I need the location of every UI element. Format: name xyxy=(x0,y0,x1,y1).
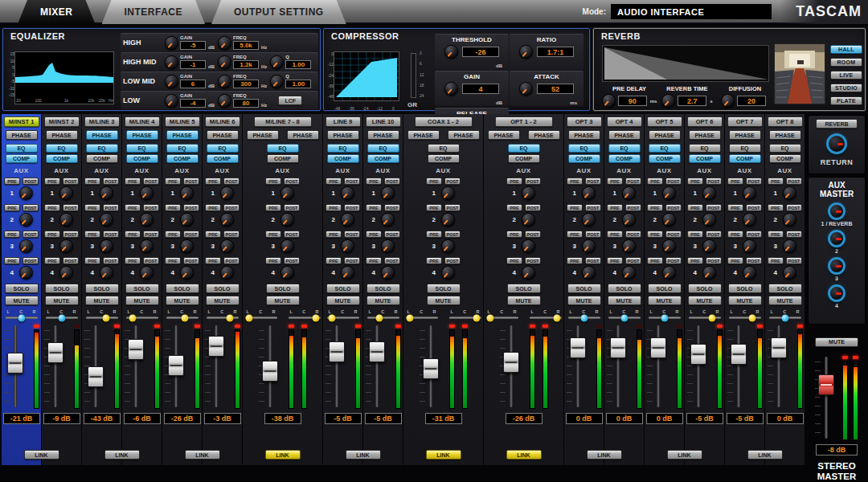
link-button[interactable]: LINK xyxy=(667,450,702,460)
mute-button[interactable]: MUTE xyxy=(728,296,762,305)
phase-button[interactable]: PHASE xyxy=(126,130,158,140)
aux-pre-button[interactable]: PRE xyxy=(125,231,141,238)
aux-pre-button[interactable]: PRE xyxy=(506,231,522,238)
comp-button[interactable]: COMP xyxy=(729,154,761,163)
solo-button[interactable]: SOLO xyxy=(266,284,300,293)
aux-pre-button[interactable]: PRE xyxy=(4,231,20,238)
channel-select-button[interactable]: LINE 10 xyxy=(366,116,401,127)
fader-handle[interactable] xyxy=(423,358,439,379)
aux-pre-button[interactable]: PRE xyxy=(125,204,141,211)
aux-post-button[interactable]: POST xyxy=(585,231,601,238)
pan-dot[interactable] xyxy=(748,314,755,321)
eq-button[interactable]: EQ xyxy=(267,144,299,153)
aux-master-knob[interactable] xyxy=(828,202,845,220)
mute-button[interactable]: MUTE xyxy=(5,296,39,305)
aux-send-knob[interactable] xyxy=(743,266,756,280)
aux-send-knob[interactable] xyxy=(441,239,455,253)
comp-button[interactable]: COMP xyxy=(568,154,600,163)
channel-select-button[interactable]: OPT 3 xyxy=(567,116,602,127)
aux-post-button[interactable]: POST xyxy=(103,231,119,238)
mute-button[interactable]: MUTE xyxy=(206,296,240,305)
solo-button[interactable]: SOLO xyxy=(567,284,601,293)
aux-post-button[interactable]: POST xyxy=(585,178,601,185)
pan-dot[interactable] xyxy=(620,314,628,321)
channel-select-button[interactable]: M/INST 2 xyxy=(44,116,80,127)
solo-button[interactable]: SOLO xyxy=(326,284,360,293)
phase-button[interactable]: PHASE xyxy=(247,130,279,140)
pan-dot[interactable] xyxy=(580,314,588,321)
tab-output-setting[interactable]: OUTPUT SETTING xyxy=(211,0,346,24)
fader-handle[interactable] xyxy=(731,344,747,365)
aux-post-button[interactable]: POST xyxy=(223,204,240,211)
aux-pre-button[interactable]: PRE xyxy=(607,178,623,185)
aux-post-button[interactable]: POST xyxy=(103,257,119,264)
mute-button[interactable]: MUTE xyxy=(567,296,601,305)
phase-button[interactable]: PHASE xyxy=(46,130,78,140)
reverb-param-knob[interactable] xyxy=(721,94,735,108)
aux-send-knob[interactable] xyxy=(180,239,194,253)
aux-post-button[interactable]: POST xyxy=(525,231,541,238)
fader-handle[interactable] xyxy=(7,353,23,374)
aux-send-knob[interactable] xyxy=(19,186,33,200)
aux-post-button[interactable]: POST xyxy=(625,257,641,264)
aux-post-button[interactable]: POST xyxy=(223,231,240,238)
pan-dot[interactable] xyxy=(486,314,493,321)
aux-send-knob[interactable] xyxy=(381,239,395,253)
aux-send-knob[interactable] xyxy=(522,266,535,280)
phase-button[interactable]: PHASE xyxy=(649,130,681,140)
aux-send-knob[interactable] xyxy=(59,266,73,280)
aux-send-knob[interactable] xyxy=(662,266,676,280)
aux-send-knob[interactable] xyxy=(783,266,796,280)
aux-pre-button[interactable]: PRE xyxy=(125,178,141,185)
aux-post-button[interactable]: POST xyxy=(786,231,802,238)
link-button[interactable]: LINK xyxy=(24,450,59,460)
comp-button[interactable]: COMP xyxy=(126,154,158,163)
mute-button[interactable]: MUTE xyxy=(608,296,641,305)
aux-send-knob[interactable] xyxy=(180,266,194,280)
solo-button[interactable]: SOLO xyxy=(728,284,762,293)
aux-send-knob[interactable] xyxy=(100,239,113,253)
mute-button[interactable]: MUTE xyxy=(326,296,360,305)
eq-freq-knob[interactable] xyxy=(218,75,231,88)
solo-button[interactable]: SOLO xyxy=(608,284,641,293)
pan-slider[interactable] xyxy=(649,317,681,319)
solo-button[interactable]: SOLO xyxy=(507,284,541,293)
aux-pre-button[interactable]: PRE xyxy=(165,204,181,211)
pan-dot[interactable] xyxy=(781,314,788,321)
tab-interface[interactable]: INTERFACE xyxy=(102,0,206,24)
aux-pre-button[interactable]: PRE xyxy=(647,204,663,211)
aux-pre-button[interactable]: PRE xyxy=(567,257,583,264)
channel-select-button[interactable]: OPT 8 xyxy=(768,116,803,127)
reverb-preset-plate[interactable]: PLATE xyxy=(830,96,862,105)
aux-post-button[interactable]: POST xyxy=(384,204,400,211)
solo-button[interactable]: SOLO xyxy=(688,284,722,293)
pan-slider[interactable] xyxy=(6,317,38,319)
channel-select-button[interactable]: OPT 5 xyxy=(647,116,682,127)
aux-pre-button[interactable]: PRE xyxy=(44,178,60,185)
eq-button[interactable]: EQ xyxy=(729,144,761,153)
aux-send-knob[interactable] xyxy=(180,213,194,227)
aux-post-button[interactable]: POST xyxy=(384,178,400,185)
pan-slider[interactable] xyxy=(46,317,78,319)
aux-send-knob[interactable] xyxy=(622,186,636,200)
solo-button[interactable]: SOLO xyxy=(206,284,240,293)
pan-slider[interactable] xyxy=(406,317,438,319)
aux-send-knob[interactable] xyxy=(220,213,234,227)
eq-button[interactable]: EQ xyxy=(166,144,199,153)
aux-send-knob[interactable] xyxy=(100,213,113,227)
aux-post-button[interactable]: POST xyxy=(223,257,240,264)
aux-send-knob[interactable] xyxy=(341,266,354,280)
aux-post-button[interactable]: POST xyxy=(103,178,119,185)
aux-post-button[interactable]: POST xyxy=(143,231,159,238)
pan-dot[interactable] xyxy=(58,314,65,321)
comp-param-knob[interactable] xyxy=(444,82,458,96)
comp-button[interactable]: COMP xyxy=(207,154,239,163)
reverb-preset-room[interactable]: ROOM xyxy=(830,58,862,67)
aux-post-button[interactable]: POST xyxy=(284,231,300,238)
aux-post-button[interactable]: POST xyxy=(384,231,400,238)
aux-pre-button[interactable]: PRE xyxy=(687,178,703,185)
aux-pre-button[interactable]: PRE xyxy=(366,231,382,238)
eq-button[interactable]: EQ xyxy=(367,144,399,153)
aux-post-button[interactable]: POST xyxy=(103,204,119,211)
aux-post-button[interactable]: POST xyxy=(344,257,360,264)
